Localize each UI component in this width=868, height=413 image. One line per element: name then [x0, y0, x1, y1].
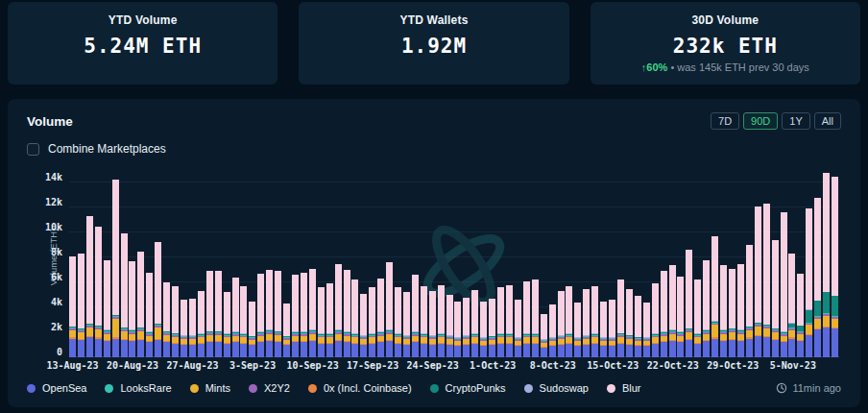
volume-bar[interactable] [574, 303, 581, 357]
volume-bar[interactable] [301, 273, 307, 357]
volume-bar[interactable] [591, 286, 598, 357]
volume-bar[interactable] [412, 275, 419, 357]
volume-bar[interactable] [541, 314, 547, 357]
volume-bar[interactable] [806, 208, 812, 357]
volume-bar[interactable] [104, 260, 110, 357]
volume-bar[interactable] [832, 177, 838, 357]
volume-bar[interactable] [344, 270, 350, 357]
volume-bar[interactable] [711, 236, 718, 357]
volume-bar[interactable] [506, 285, 513, 357]
volume-bar[interactable] [181, 300, 187, 357]
volume-bar[interactable] [471, 290, 478, 357]
volume-bar[interactable] [694, 279, 701, 357]
volume-bar[interactable] [669, 265, 676, 357]
volume-bar[interactable] [189, 299, 196, 357]
combine-marketplaces-checkbox[interactable] [27, 143, 39, 156]
volume-bar[interactable] [292, 275, 299, 357]
volume-bar[interactable] [155, 242, 161, 357]
volume-bar[interactable] [729, 269, 735, 357]
volume-bar[interactable] [720, 265, 727, 357]
volume-bar[interactable] [438, 285, 445, 357]
range-button-all[interactable]: All [814, 112, 841, 130]
volume-bar[interactable] [677, 277, 684, 357]
volume-bar[interactable] [163, 282, 170, 357]
volume-bar[interactable] [635, 296, 641, 357]
volume-bar[interactable] [266, 270, 273, 357]
volume-bar[interactable] [797, 274, 804, 357]
legend-item-x2y2[interactable]: X2Y2 [249, 382, 290, 394]
volume-bar[interactable] [386, 262, 393, 357]
volume-bar[interactable] [146, 273, 153, 357]
volume-bar[interactable] [309, 269, 316, 357]
range-button-1y[interactable]: 1Y [782, 112, 809, 130]
volume-bar[interactable] [232, 278, 239, 357]
volume-bar[interactable] [369, 287, 375, 357]
volume-bar[interactable] [763, 204, 770, 357]
volume-bar[interactable] [746, 245, 753, 357]
legend-item-cryptopunks[interactable]: CryptoPunks [430, 382, 506, 394]
volume-bar[interactable] [454, 302, 461, 357]
volume-bar[interactable] [814, 198, 821, 357]
volume-bar[interactable] [489, 299, 495, 357]
volume-bar[interactable] [446, 295, 453, 357]
volume-bar[interactable] [215, 271, 222, 357]
volume-bar[interactable] [823, 173, 830, 357]
volume-bar[interactable] [95, 227, 102, 357]
volume-bar[interactable] [129, 261, 135, 357]
volume-bar[interactable] [78, 254, 84, 357]
volume-bar[interactable] [69, 256, 76, 357]
legend-item-mints[interactable]: Mints [190, 382, 230, 394]
volume-bar[interactable] [497, 287, 504, 357]
legend-item-sudoswap[interactable]: Sudoswap [524, 382, 589, 394]
volume-bar[interactable] [249, 302, 255, 357]
volume-bar[interactable] [788, 254, 795, 357]
volume-bar[interactable] [318, 287, 325, 357]
volume-bar[interactable] [661, 271, 667, 357]
volume-bar[interactable] [515, 300, 521, 357]
volume-bar[interactable] [172, 286, 179, 357]
volume-bar[interactable] [609, 300, 615, 357]
volume-bar[interactable] [523, 281, 530, 357]
volume-bar[interactable] [772, 240, 779, 357]
volume-bar[interactable] [626, 289, 633, 357]
volume-bar[interactable] [403, 292, 410, 357]
volume-bar[interactable] [283, 304, 290, 357]
volume-bar[interactable] [86, 216, 93, 357]
volume-bar[interactable] [421, 286, 427, 357]
volume-bar[interactable] [652, 283, 659, 357]
volume-bar[interactable] [206, 271, 213, 357]
volume-bar[interactable] [257, 274, 264, 357]
volume-bar[interactable] [112, 180, 119, 357]
volume-bar[interactable] [480, 302, 487, 357]
legend-item-opensea[interactable]: OpenSea [27, 382, 86, 394]
volume-bar[interactable] [395, 287, 401, 357]
volume-bar[interactable] [429, 291, 436, 357]
volume-bar[interactable] [583, 289, 590, 357]
volume-bar[interactable] [198, 291, 205, 357]
range-button-7d[interactable]: 7D [711, 112, 739, 130]
volume-bar[interactable] [377, 279, 384, 357]
volume-bar[interactable] [240, 286, 247, 357]
volume-bar[interactable] [121, 233, 128, 357]
volume-bar[interactable] [600, 302, 607, 357]
volume-bar[interactable] [351, 279, 358, 357]
volume-bar[interactable] [566, 286, 572, 357]
legend-item-0x-incl-coinbase[interactable]: 0x (Incl. Coinbase) [308, 382, 412, 394]
volume-bar[interactable] [686, 250, 692, 357]
volume-bar[interactable] [326, 283, 333, 357]
volume-bar[interactable] [643, 303, 650, 357]
range-button-90d[interactable]: 90D [743, 112, 778, 130]
volume-bar[interactable] [224, 292, 230, 357]
volume-bar[interactable] [737, 264, 744, 357]
volume-bar[interactable] [617, 279, 624, 357]
volume-bar[interactable] [703, 260, 710, 357]
volume-bar[interactable] [532, 279, 539, 357]
volume-bar[interactable] [463, 298, 470, 357]
volume-bar[interactable] [781, 212, 787, 357]
volume-bar[interactable] [335, 264, 342, 357]
legend-item-looksrare[interactable]: LooksRare [105, 382, 171, 394]
volume-bar[interactable] [275, 271, 281, 357]
volume-bar[interactable] [755, 206, 761, 357]
volume-bar[interactable] [558, 291, 565, 357]
legend-item-blur[interactable]: Blur [607, 382, 641, 394]
